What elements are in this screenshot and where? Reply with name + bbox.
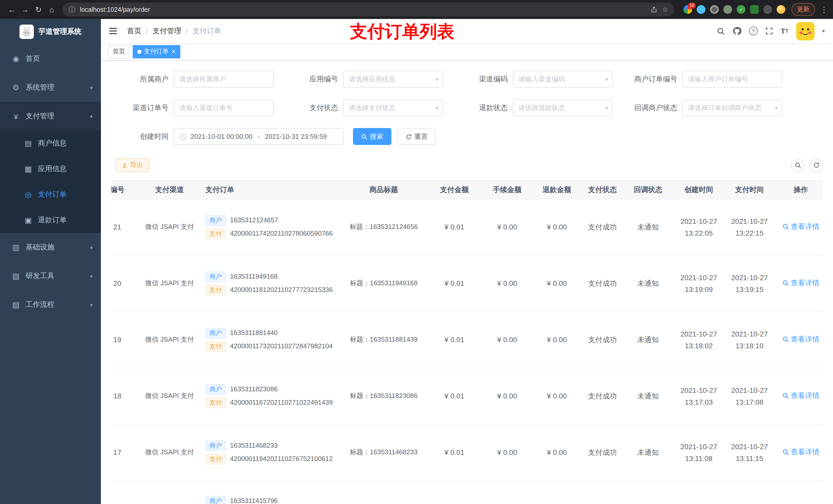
cell-refund: ¥ 0.00 [529, 199, 585, 255]
sidebar-item-pay[interactable]: ¥支付管理▾ [0, 102, 101, 130]
sidebar-item-system[interactable]: ⚙系统管理▾ [0, 73, 101, 102]
cell-refund: ¥ 0.00 [529, 255, 585, 312]
cell-order: 商户1635311949168支付42000011812021102777232… [195, 255, 344, 312]
reset-button[interactable]: 重置 [398, 128, 436, 145]
sidebar-item-app-info[interactable]: ▦应用信息 [0, 156, 101, 182]
sidebar-item-pay-order[interactable]: ◎支付订单 [0, 182, 101, 208]
merchant-order-no-input[interactable] [682, 71, 782, 88]
view-detail-link[interactable]: 查看详情 [782, 390, 819, 402]
browser-profile-avatar[interactable] [777, 5, 785, 14]
github-icon[interactable] [732, 27, 741, 35]
pay-status-select[interactable]: ▾ [343, 99, 443, 116]
address-bar[interactable]: ⓘ localhost:1024/pay/order ☆ [63, 3, 674, 16]
column-header-create: 创建时间 [676, 181, 722, 199]
merchant-input[interactable] [174, 71, 273, 88]
toggle-search-icon[interactable] [791, 159, 804, 172]
breadcrumb-item[interactable]: 支付管理 [153, 26, 181, 35]
extensions-puzzle-icon[interactable] [763, 5, 772, 14]
export-button[interactable]: 导出 [115, 158, 149, 172]
cell-refund: ¥ 0.00 [529, 424, 585, 481]
close-icon[interactable]: × [172, 48, 175, 55]
sidebar-item-label: 支付订单 [38, 190, 93, 199]
column-header-refund: 退款金额 [529, 181, 585, 199]
cell-no: 20 [111, 255, 144, 312]
refund-status-select[interactable]: ▾ [513, 99, 613, 116]
browser-chrome: ← → ↻ ⌂ ⓘ localhost:1024/pay/order ☆ 10 … [0, 0, 833, 19]
channel-code-select[interactable]: ▾ [513, 71, 613, 88]
sidebar-item-home[interactable]: ◉首页 [0, 45, 101, 73]
filter-field-merchant: 所属商户 [117, 71, 273, 88]
browser-back-icon[interactable]: ← [5, 3, 19, 16]
channel-order-no-input[interactable] [174, 99, 273, 116]
top-navbar: 首页/支付管理/支付订单 支付订单列表 [101, 19, 833, 43]
sidebar-toggle-icon[interactable] [109, 27, 118, 35]
filter-field-channel-code: 渠道编码▾ [456, 71, 613, 88]
view-detail-link[interactable]: 查看详情 [782, 278, 819, 289]
refund-status-input[interactable] [513, 99, 613, 116]
notify-status-select[interactable]: ▾ [682, 99, 782, 116]
bookmark-star-icon[interactable]: ☆ [662, 6, 668, 13]
merchant-input[interactable] [174, 71, 273, 88]
extension-icon[interactable]: 10 [684, 5, 692, 14]
browser-home-icon[interactable]: ⌂ [45, 3, 58, 16]
page-content: 所属商户应用编号▾渠道编码▾商户订单编号渠道订单号支付状态▾退款状态▾回调商户状… [101, 61, 833, 504]
browser-forward-icon[interactable]: → [19, 3, 32, 16]
app-no-input[interactable] [343, 71, 443, 88]
tags-view-item[interactable]: 首页 [108, 45, 129, 58]
table-row: 18微信 JSAPI 支付商户1635311823086支付4200001167… [111, 368, 823, 424]
cell-order: 商户1635311468233支付42000011942021102767521… [195, 424, 344, 481]
merchant-order-no-input[interactable] [682, 71, 782, 88]
page-info-icon[interactable]: ⓘ [69, 5, 75, 14]
sidebar-item-label: 研发工具 [26, 271, 90, 281]
browser-refresh-icon[interactable]: ↻ [32, 3, 45, 16]
extension-icon[interactable] [750, 5, 759, 14]
yen-icon: ¥ [10, 112, 22, 121]
table-row-partial: 商户1635311415796 [111, 481, 823, 504]
extension-icon[interactable] [710, 5, 719, 14]
app-no-select[interactable]: ▾ [343, 71, 443, 88]
chevron-down-icon[interactable]: ▾ [822, 28, 825, 34]
table-row: 19微信 JSAPI 支付商户1635311881440支付4200001173… [111, 312, 823, 368]
order-no-line: 支付4200001181202110277723215336 [206, 285, 343, 295]
channel-order-no-input[interactable] [174, 99, 273, 116]
cell-action [777, 481, 823, 504]
view-detail-link[interactable]: 查看详情 [782, 221, 819, 233]
cell-amount: ¥ 0.01 [424, 199, 485, 255]
order-no-line: 支付4200001167202110271022491439 [206, 398, 343, 408]
help-icon[interactable] [749, 27, 757, 35]
extension-icon[interactable] [737, 5, 745, 14]
font-size-icon[interactable] [781, 27, 788, 35]
sidebar-item-refund-order[interactable]: ▣退款订单 [0, 208, 101, 233]
view-detail-link[interactable]: 查看详情 [782, 334, 819, 345]
order-number: 1635311415796 [230, 496, 278, 504]
pay-status-input[interactable] [343, 99, 443, 116]
orders-table: 编号支付渠道支付订单商品标题支付金额手续金额退款金额支付状态回调状态创建时间支付… [111, 180, 823, 504]
browser-update-button[interactable]: 更新 [791, 3, 815, 16]
user-avatar[interactable] [796, 22, 814, 40]
sidebar-item-merchant-info[interactable]: ▤商户信息 [0, 130, 101, 156]
fullscreen-icon[interactable] [765, 27, 773, 35]
view-detail-link[interactable]: 查看详情 [782, 447, 819, 458]
browser-menu-icon[interactable]: ⋮ [820, 5, 828, 14]
filter-label: 创建时间 [117, 132, 169, 141]
channel-code-input[interactable] [513, 71, 613, 88]
refresh-table-icon[interactable] [809, 159, 823, 172]
app-logo[interactable]: 芋道管理系统 [0, 19, 101, 45]
sidebar-item-infra[interactable]: ▥基础设施▾ [0, 233, 101, 262]
date-range-picker[interactable]: 2021-10-01 00:00:00 - 2021-10-31 23:59:5… [174, 128, 344, 145]
extension-icon[interactable] [697, 5, 706, 14]
order-number: 4200001173202110272847982104 [230, 341, 333, 352]
breadcrumb-item[interactable]: 首页 [127, 26, 141, 35]
dashboard-icon: ◉ [10, 54, 22, 64]
search-button[interactable]: 搜索 [353, 128, 391, 145]
notify-status-input[interactable] [682, 99, 782, 116]
extension-icon[interactable] [723, 5, 732, 14]
search-icon[interactable] [716, 27, 724, 35]
sidebar-item-devtools[interactable]: ▧研发工具▾ [0, 262, 101, 290]
sidebar-item-workflow[interactable]: ▨工作流程▾ [0, 290, 101, 319]
cell-title: 标题：1635311949168 [344, 255, 424, 312]
share-icon[interactable] [651, 6, 658, 13]
download-icon [121, 162, 127, 168]
order-number: 1635312124657 [230, 215, 278, 226]
tags-view-item[interactable]: 支付订单× [133, 45, 180, 58]
